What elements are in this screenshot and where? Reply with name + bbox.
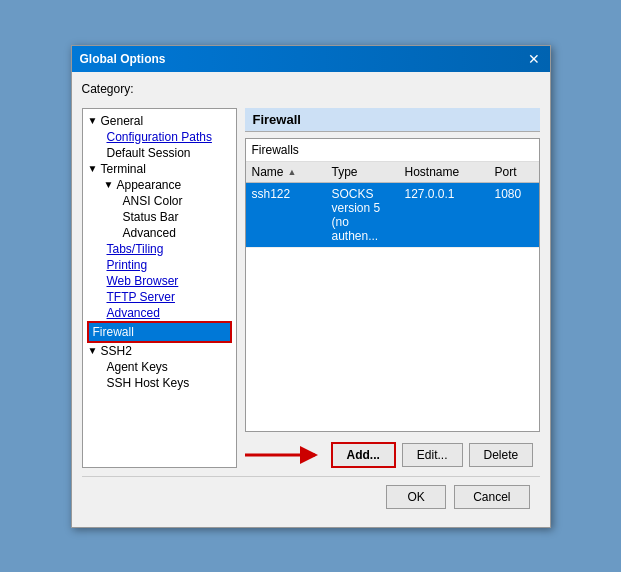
expander-ssh2: ▼ — [87, 345, 99, 356]
tree-item-ssh2-label: SSH2 — [101, 344, 132, 358]
col-header-hostname: Hostname — [399, 162, 489, 182]
tree-group-terminal: ▼ Terminal ▼ Appearance ANSI — [87, 161, 232, 321]
sort-arrow-name: ▲ — [288, 167, 297, 177]
tree-leaf-printing[interactable]: Printing — [103, 257, 232, 273]
tree-children-terminal: ▼ Appearance ANSI Color Status Bar — [103, 177, 232, 321]
tree-leaf-advanced[interactable]: Advanced — [119, 225, 232, 241]
tree-item-appearance[interactable]: ▼ Appearance — [103, 177, 232, 193]
cancel-button[interactable]: Cancel — [454, 485, 529, 509]
tree-leaf-status-bar[interactable]: Status Bar — [119, 209, 232, 225]
main-content: ▼ General Configuration Paths Default Se… — [82, 108, 540, 468]
expander-appearance: ▼ — [103, 179, 115, 190]
col-header-type: Type — [326, 162, 399, 182]
tree-item-ssh2[interactable]: ▼ SSH2 — [87, 343, 232, 359]
tree-children-general: Configuration Paths Default Session — [103, 129, 232, 161]
cell-type: SOCKS version 5 (no authen... — [326, 185, 399, 245]
tree-item-general-label: General — [101, 114, 144, 128]
tree-group-ssh2: ▼ SSH2 Agent Keys SSH Host Keys — [87, 343, 232, 391]
tree-leaf-ansi-color[interactable]: ANSI Color — [119, 193, 232, 209]
title-bar: Global Options ✕ — [72, 46, 550, 72]
tree-item-appearance-label: Appearance — [117, 178, 182, 192]
cell-port: 1080 — [489, 185, 539, 245]
table-header: Name ▲ Type Hostname Port — [246, 162, 539, 183]
expander-general: ▼ — [87, 115, 99, 126]
tree-leaf-agent-keys[interactable]: Agent Keys — [103, 359, 232, 375]
dialog-title: Global Options — [80, 52, 166, 66]
tree-leaf-advanced-terminal[interactable]: Advanced — [103, 305, 232, 321]
add-button[interactable]: Add... — [331, 442, 396, 468]
tree-group-appearance: ▼ Appearance ANSI Color Status Bar — [103, 177, 232, 241]
tree-group-general: ▼ General Configuration Paths Default Se… — [87, 113, 232, 161]
table-row[interactable]: ssh122 SOCKS version 5 (no authen... 127… — [246, 183, 539, 248]
panel-header: Firewall — [245, 108, 540, 132]
tree-leaf-tftp-server[interactable]: TFTP Server — [103, 289, 232, 305]
buttons-area: Add... Edit... Delete — [245, 442, 540, 468]
tree-leaf-configuration-paths[interactable]: Configuration Paths — [103, 129, 232, 145]
dialog-footer: OK Cancel — [82, 476, 540, 517]
tree-item-terminal-label: Terminal — [101, 162, 146, 176]
tree-item-firewall[interactable]: Firewall — [87, 321, 232, 343]
tree-children-appearance: ANSI Color Status Bar Advanced — [119, 193, 232, 241]
tree-item-general[interactable]: ▼ General — [87, 113, 232, 129]
col-header-port: Port — [489, 162, 539, 182]
tree-leaf-ssh-host-keys[interactable]: SSH Host Keys — [103, 375, 232, 391]
dialog-body: Category: ▼ General Configuration Paths — [72, 72, 550, 527]
cell-hostname: 127.0.0.1 — [399, 185, 489, 245]
edit-button[interactable]: Edit... — [402, 443, 463, 467]
category-label: Category: — [82, 82, 540, 96]
delete-button[interactable]: Delete — [469, 443, 534, 467]
table-body: ssh122 SOCKS version 5 (no authen... 127… — [246, 183, 539, 383]
close-button[interactable]: ✕ — [526, 52, 542, 66]
global-options-dialog: Global Options ✕ Category: ▼ General Con… — [71, 45, 551, 528]
tree-leaf-tabs-tiling[interactable]: Tabs/Tiling — [103, 241, 232, 257]
right-panel: Firewall Firewalls Name ▲ Type Hostna — [245, 108, 540, 468]
expander-terminal: ▼ — [87, 163, 99, 174]
col-header-name: Name ▲ — [246, 162, 326, 182]
tree-leaf-default-session[interactable]: Default Session — [103, 145, 232, 161]
red-arrow-icon — [245, 444, 325, 466]
firewalls-section: Firewalls Name ▲ Type Hostname — [245, 138, 540, 432]
tree-panel[interactable]: ▼ General Configuration Paths Default Se… — [82, 108, 237, 468]
tree-children-ssh2: Agent Keys SSH Host Keys — [103, 359, 232, 391]
cell-name: ssh122 — [246, 185, 326, 245]
firewalls-label: Firewalls — [246, 139, 539, 162]
tree-item-terminal[interactable]: ▼ Terminal — [87, 161, 232, 177]
ok-button[interactable]: OK — [386, 485, 446, 509]
tree-leaf-web-browser[interactable]: Web Browser — [103, 273, 232, 289]
